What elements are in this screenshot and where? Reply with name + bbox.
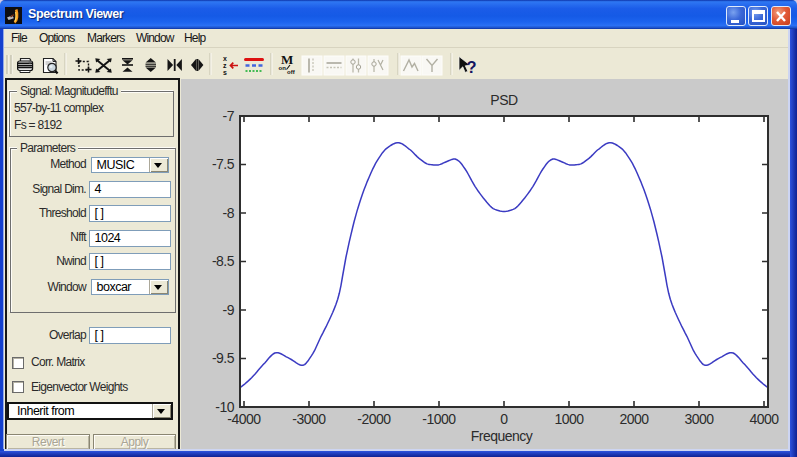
svg-text:on: on bbox=[279, 65, 287, 71]
svg-text:1000: 1000 bbox=[554, 411, 584, 427]
svg-text:-3000: -3000 bbox=[292, 411, 326, 427]
svg-text:4000: 4000 bbox=[749, 411, 779, 427]
svg-text:off: off bbox=[287, 69, 296, 75]
svg-text:-8: -8 bbox=[223, 205, 235, 221]
svg-text:x: x bbox=[223, 55, 227, 62]
svg-text:?: ? bbox=[467, 58, 477, 76]
svg-text:Frequency: Frequency bbox=[471, 428, 533, 444]
svg-text:-7.5: -7.5 bbox=[212, 156, 235, 172]
svg-text:0: 0 bbox=[500, 411, 508, 427]
svg-text:-9: -9 bbox=[223, 302, 235, 318]
svg-text:3000: 3000 bbox=[684, 411, 714, 427]
svg-text:s: s bbox=[223, 69, 227, 76]
svg-text:-8.5: -8.5 bbox=[212, 253, 235, 269]
svg-text:-9.5: -9.5 bbox=[212, 350, 235, 366]
svg-text:z: z bbox=[223, 62, 227, 69]
svg-text:-2000: -2000 bbox=[357, 411, 391, 427]
svg-text:-1000: -1000 bbox=[422, 411, 456, 427]
svg-text:PSD: PSD bbox=[490, 92, 518, 108]
svg-text:-7: -7 bbox=[223, 108, 235, 124]
svg-text:-4000: -4000 bbox=[227, 411, 261, 427]
svg-text:2000: 2000 bbox=[619, 411, 649, 427]
